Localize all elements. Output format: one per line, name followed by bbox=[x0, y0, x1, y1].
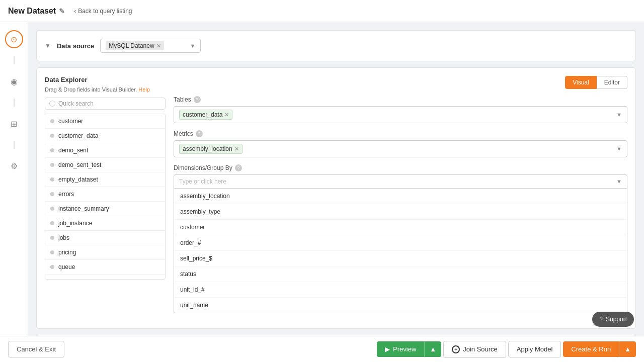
explorer-title: Data Explorer bbox=[45, 76, 166, 83]
table-item[interactable]: customer_data bbox=[45, 129, 165, 143]
datasource-toggle[interactable]: ▼ bbox=[45, 42, 51, 49]
tables-select[interactable]: customer_data ✕ ▼ bbox=[174, 106, 627, 123]
connector-1 bbox=[14, 56, 15, 64]
builder-card: Data Explorer Drag & Drop fields into Vi… bbox=[36, 67, 636, 329]
create-run-arrow-button[interactable]: ▲ bbox=[619, 341, 636, 357]
main-content: ⊙ ◉ ⊞ ⚙ ▼ Data source MySQL Datanew ✕ bbox=[0, 22, 644, 336]
play-icon: ▶ bbox=[385, 345, 390, 353]
table-item[interactable]: errors bbox=[45, 187, 165, 202]
datasource-tag: MySQL Datanew ✕ bbox=[106, 41, 164, 50]
datasource-card: ▼ Data source MySQL Datanew ✕ ▼ bbox=[36, 30, 636, 61]
dimension-option[interactable]: sell_price_$ bbox=[174, 251, 627, 266]
table-dot bbox=[50, 177, 54, 182]
dimensions-input[interactable]: Type or click here ▼ bbox=[174, 174, 627, 189]
view-toggle: Visual Editor bbox=[174, 76, 627, 89]
quick-search-container[interactable]: Quick search bbox=[45, 98, 166, 110]
dimensions-group: Dimensions/Group By ? Type or click here… bbox=[174, 164, 627, 313]
tables-dropdown-arrow: ▼ bbox=[616, 112, 622, 118]
table-dot bbox=[50, 250, 54, 254]
metrics-tag: assembly_location ✕ bbox=[179, 144, 243, 154]
sidebar-icon-database[interactable]: ⊙ bbox=[5, 30, 23, 48]
metrics-dropdown-arrow: ▼ bbox=[616, 146, 622, 152]
icon-sidebar: ⊙ ◉ ⊞ ⚙ bbox=[0, 22, 28, 336]
edit-icon[interactable]: ✎ bbox=[59, 7, 65, 15]
quick-search-label: Quick search bbox=[58, 100, 94, 107]
table-item[interactable]: demo_sent bbox=[45, 143, 165, 158]
table-dot bbox=[50, 134, 54, 138]
table-item[interactable]: pricing bbox=[45, 245, 165, 260]
dimensions-dropdown-arrow: ▼ bbox=[616, 178, 622, 185]
datasource-label: Data source bbox=[57, 42, 94, 50]
datasource-dropdown-arrow: ▼ bbox=[190, 43, 195, 49]
back-link-text: Back to query listing bbox=[78, 8, 132, 15]
tables-label: Tables ? bbox=[174, 96, 627, 103]
dimension-option[interactable]: unit_id_# bbox=[174, 282, 627, 298]
view-visual-btn[interactable]: Visual bbox=[565, 76, 596, 89]
content-area: ▼ Data source MySQL Datanew ✕ ▼ bbox=[28, 22, 644, 336]
dimension-option[interactable]: order_# bbox=[174, 235, 627, 251]
dimension-option[interactable]: assembly_location bbox=[174, 189, 627, 204]
support-button[interactable]: ? Support bbox=[592, 312, 634, 327]
datasource-selected-text: MySQL Datanew bbox=[109, 42, 154, 49]
metrics-label: Metrics ? bbox=[174, 130, 627, 137]
support-label: Support bbox=[606, 316, 627, 323]
dimension-option[interactable]: status bbox=[174, 266, 627, 282]
table-item[interactable]: customer bbox=[45, 114, 165, 129]
explorer-help-link[interactable]: Help bbox=[138, 86, 150, 93]
metrics-info-icon[interactable]: ? bbox=[196, 130, 203, 137]
tables-selected-text: customer_data bbox=[183, 111, 222, 118]
page-title: New Dataset ✎ bbox=[8, 7, 65, 16]
view-editor-btn[interactable]: Editor bbox=[597, 76, 627, 89]
table-item[interactable]: jobs bbox=[45, 231, 165, 245]
table-dot bbox=[50, 163, 54, 167]
dimensions-dropdown: assembly_location assembly_type customer… bbox=[174, 189, 627, 313]
table-item[interactable]: empty_dataset bbox=[45, 172, 165, 187]
plus-circle-icon: + bbox=[452, 345, 460, 353]
table-dot bbox=[50, 207, 54, 211]
metrics-tag-close[interactable]: ✕ bbox=[234, 146, 239, 152]
create-run-button[interactable]: Create & Run bbox=[563, 341, 619, 357]
back-link[interactable]: ‹ Back to query listing bbox=[74, 8, 132, 15]
explorer-hint-text: Drag & Drop fields into Visual Builder. bbox=[45, 86, 137, 93]
join-source-label: Join Source bbox=[463, 345, 498, 353]
preview-button[interactable]: ▶ Preview bbox=[377, 341, 424, 357]
datasource-tag-close[interactable]: ✕ bbox=[156, 43, 161, 49]
tables-info-icon[interactable]: ? bbox=[194, 96, 201, 103]
preview-label: Preview bbox=[393, 345, 416, 353]
datasource-select[interactable]: MySQL Datanew ✕ ▼ bbox=[100, 39, 201, 53]
metrics-selected-text: assembly_location bbox=[183, 145, 232, 152]
join-source-button[interactable]: + Join Source bbox=[443, 341, 506, 358]
connector-3 bbox=[14, 141, 15, 149]
dimension-option[interactable]: customer bbox=[174, 220, 627, 235]
table-list: customer customer_data demo_sent bbox=[45, 114, 166, 280]
quick-search-radio bbox=[49, 101, 55, 107]
apply-model-button[interactable]: Apply Model bbox=[508, 341, 561, 357]
table-dot bbox=[50, 236, 54, 240]
dimension-option[interactable]: unit_name bbox=[174, 298, 627, 313]
dimensions-info-icon[interactable]: ? bbox=[235, 164, 242, 171]
sidebar-icon-layers[interactable]: ⊞ bbox=[5, 115, 23, 133]
datasource-row: ▼ Data source MySQL Datanew ✕ ▼ bbox=[45, 39, 627, 53]
sidebar-icon-eye[interactable]: ◉ bbox=[5, 72, 23, 90]
table-item[interactable]: queue bbox=[45, 260, 165, 275]
chevron-left-icon: ‹ bbox=[74, 8, 76, 15]
preview-arrow-button[interactable]: ▲ bbox=[424, 341, 441, 357]
sidebar-icon-gear[interactable]: ⚙ bbox=[5, 157, 23, 175]
table-item[interactable]: job_instance bbox=[45, 216, 165, 231]
dimension-option[interactable]: assembly_type bbox=[174, 204, 627, 220]
top-bar: New Dataset ✎ ‹ Back to query listing bbox=[0, 0, 644, 22]
dimensions-placeholder: Type or click here bbox=[179, 178, 613, 185]
table-item[interactable]: demo_sent_test bbox=[45, 158, 165, 172]
table-item[interactable]: instance_summary bbox=[45, 202, 165, 216]
page-root: New Dataset ✎ ‹ Back to query listing ⊙ … bbox=[0, 0, 644, 362]
builder-two-col: Data Explorer Drag & Drop fields into Vi… bbox=[45, 76, 627, 320]
data-explorer-panel: Data Explorer Drag & Drop fields into Vi… bbox=[45, 76, 166, 320]
tables-group: Tables ? customer_data ✕ ▼ bbox=[174, 96, 627, 123]
tables-tag: customer_data ✕ bbox=[179, 110, 232, 120]
cancel-exit-button[interactable]: Cancel & Exit bbox=[8, 341, 64, 357]
table-dot bbox=[50, 119, 54, 123]
tables-tag-close[interactable]: ✕ bbox=[224, 112, 229, 118]
table-item[interactable]: supply_chain bbox=[45, 275, 165, 280]
metrics-select[interactable]: assembly_location ✕ ▼ bbox=[174, 140, 627, 157]
explorer-hint: Drag & Drop fields into Visual Builder. … bbox=[45, 86, 166, 93]
